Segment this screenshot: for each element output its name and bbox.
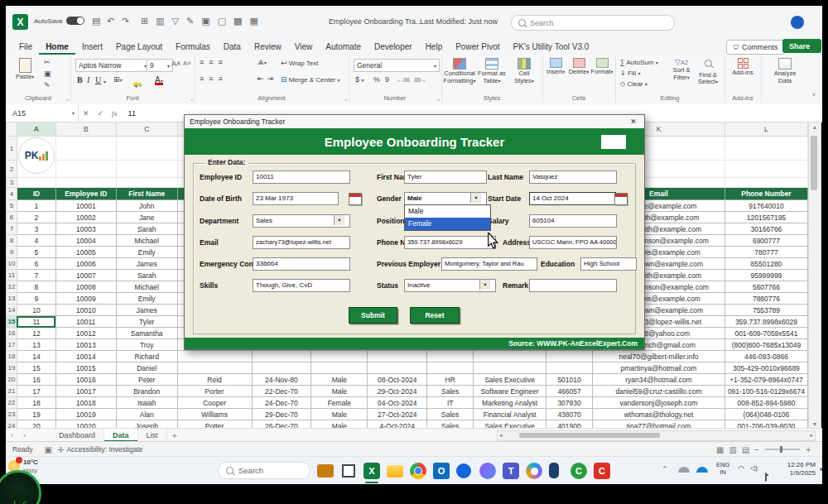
- table-row-cell[interactable]: 29-Dec-70: [252, 409, 311, 420]
- cell[interactable]: [724, 178, 807, 188]
- outlook-icon[interactable]: O: [433, 463, 450, 479]
- wifi-icon[interactable]: ◠: [738, 464, 744, 473]
- orientation-icon[interactable]: ⟁▾: [258, 58, 267, 67]
- table-row-cell[interactable]: 307930: [546, 397, 593, 409]
- table-row-cell[interactable]: [474, 362, 546, 374]
- table-row-cell[interactable]: 14: [17, 351, 55, 362]
- volume-icon[interactable]: ◁): [750, 464, 758, 473]
- table-row-cell[interactable]: ryan34@hotmail.com: [593, 374, 725, 386]
- teams-icon[interactable]: T: [503, 463, 519, 479]
- table-row-cell[interactable]: 10020: [55, 420, 116, 429]
- cell[interactable]: [724, 161, 807, 178]
- cell[interactable]: [55, 161, 116, 178]
- ribbon-tab-insert[interactable]: Insert: [75, 40, 109, 53]
- row-header[interactable]: 12: [7, 281, 17, 293]
- table-row-cell[interactable]: 6900777: [724, 235, 807, 247]
- number-format-select[interactable]: General▾: [354, 59, 440, 72]
- formula-input[interactable]: 11: [122, 109, 136, 118]
- indent-icons[interactable]: ⇤⇥: [258, 74, 277, 83]
- enter-icon[interactable]: ✓: [94, 109, 108, 118]
- table-row-cell[interactable]: Peter: [116, 374, 177, 386]
- table-row-cell[interactable]: 401900: [546, 420, 593, 429]
- ribbon-tab-review[interactable]: Review: [248, 40, 288, 53]
- page-layout-view-icon[interactable]: ▥: [729, 445, 736, 454]
- table-row-cell[interactable]: 10007: [55, 270, 116, 281]
- table-row-cell[interactable]: Emily: [116, 293, 177, 305]
- accessibility-icon[interactable]: ✛: [57, 445, 64, 454]
- table-row-cell[interactable]: daniel59@cruz-castillo.com: [593, 386, 725, 397]
- table-row-cell[interactable]: Sales: [427, 386, 474, 397]
- account-avatar[interactable]: [791, 16, 804, 29]
- ribbon-tab-power-pivot[interactable]: Power Pivot: [449, 40, 506, 53]
- table-row-cell[interactable]: 10018: [55, 397, 116, 409]
- scroll-left-icon[interactable]: ◂: [499, 432, 503, 439]
- table-row-cell[interactable]: (064)048-0106: [724, 409, 807, 420]
- cut-icon[interactable]: ✂: [44, 58, 51, 66]
- table-row-cell[interactable]: [252, 351, 311, 362]
- dialog-titlebar[interactable]: Employee Onboarding Tracker: [185, 115, 644, 129]
- insert-function-icon[interactable]: fx: [108, 109, 122, 118]
- find-select-button[interactable]: Find & Select▾: [695, 58, 721, 86]
- department-dropdown-icon[interactable]: ▼: [334, 215, 344, 225]
- scroll-down-icon[interactable]: ▼: [809, 421, 821, 427]
- table-row-cell[interactable]: Reid: [177, 374, 252, 386]
- row-header[interactable]: 10: [7, 258, 17, 270]
- table-row-cell[interactable]: 10011: [55, 316, 116, 328]
- table-row-cell[interactable]: wthomas@thology.net: [593, 409, 725, 420]
- decrease-decimal-icon[interactable]: .00→: [413, 77, 426, 83]
- column-header-B[interactable]: B: [55, 122, 116, 137]
- scroll-right-icon[interactable]: ▸: [810, 432, 813, 439]
- remark-field[interactable]: [529, 279, 617, 292]
- table-row-cell[interactable]: 5607766: [724, 281, 807, 293]
- alignment-dialog-launcher[interactable]: ⌟: [344, 95, 347, 102]
- table-row-cell[interactable]: Richard: [116, 351, 177, 362]
- table-row-cell[interactable]: Alan: [116, 409, 177, 420]
- row-header[interactable]: 18: [7, 351, 17, 362]
- row-header[interactable]: 1: [7, 137, 17, 161]
- format-painter-icon[interactable]: ✎: [44, 81, 51, 89]
- row-header[interactable]: 23: [7, 409, 17, 420]
- table-row-cell[interactable]: 001-706-039-8030: [724, 420, 807, 429]
- table-row-cell[interactable]: [368, 351, 427, 362]
- table-row-cell[interactable]: Jane: [116, 212, 177, 223]
- table-row-cell[interactable]: 359.737.8998x6029: [724, 316, 807, 328]
- fill-button[interactable]: ⇓ Fill ▾: [620, 70, 640, 77]
- table-row-cell[interactable]: Williams: [177, 409, 252, 420]
- page-break-view-icon[interactable]: ▤: [742, 445, 749, 454]
- salary-field[interactable]: 605104: [529, 214, 617, 228]
- table-row-cell[interactable]: [252, 362, 311, 374]
- taskbar-excel-icon[interactable]: X: [363, 463, 380, 479]
- camtasia-icon[interactable]: C: [570, 463, 587, 479]
- dialog-close-icon[interactable]: ✕: [623, 115, 644, 127]
- loop-icon[interactable]: [479, 463, 496, 479]
- table-row-cell[interactable]: James: [116, 305, 177, 316]
- table-row-cell[interactable]: Sales: [427, 420, 474, 429]
- emergency-contact-field[interactable]: 336664: [253, 257, 350, 271]
- table-row-cell[interactable]: Male: [311, 374, 368, 386]
- email-field[interactable]: zachary73@lopez-willis.net: [253, 236, 350, 249]
- zoom-slider[interactable]: [765, 449, 800, 450]
- table-row-cell[interactable]: Isaiah: [116, 397, 177, 409]
- insert-cells-button[interactable]: Insert▾: [544, 58, 567, 76]
- row-header[interactable]: 21: [7, 386, 17, 397]
- row-header[interactable]: 3: [7, 178, 17, 188]
- cell[interactable]: [55, 137, 116, 161]
- table-row-cell[interactable]: John: [116, 200, 177, 212]
- table-row-cell[interactable]: Samantha: [116, 328, 177, 339]
- gender-option-male[interactable]: Male: [405, 205, 490, 218]
- gender-option-female[interactable]: Female: [405, 218, 490, 230]
- start-button[interactable]: [198, 463, 214, 479]
- table-header-cell[interactable]: Phone Number: [724, 188, 807, 200]
- totc-briefcase-icon[interactable]: [317, 464, 334, 478]
- ribbon-tab-file[interactable]: File: [12, 40, 39, 53]
- table-row-cell[interactable]: 12: [17, 328, 55, 339]
- table-row-cell[interactable]: 501010: [546, 374, 593, 386]
- add-sheet-icon[interactable]: +: [167, 429, 182, 442]
- reset-button[interactable]: Reset: [410, 307, 460, 324]
- table-row-cell[interactable]: (800)800-7685x13049: [724, 339, 807, 351]
- analyze-data-button[interactable]: Analyze Data: [768, 58, 802, 84]
- document-title[interactable]: Employee Onboarding Tra...: [329, 17, 422, 26]
- sheet-tab-data[interactable]: Data: [104, 429, 138, 442]
- table-row-cell[interactable]: Sales Executive: [474, 374, 546, 386]
- undo-icon[interactable]: ↶: [107, 16, 114, 26]
